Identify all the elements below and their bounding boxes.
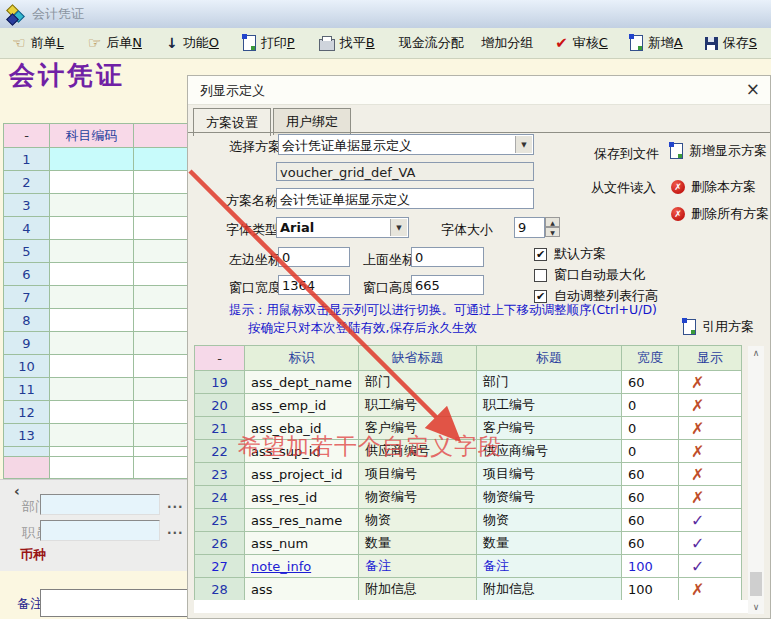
scrollbar-thumb[interactable] (750, 572, 762, 596)
cell-id[interactable]: ass_res_name (245, 509, 359, 532)
cell-id[interactable]: ass_res_id (245, 486, 359, 509)
cell-display[interactable]: ✓ (679, 532, 742, 555)
left-coord-input[interactable]: 0 (278, 247, 350, 267)
table-row[interactable]: 26ass_num数量数量60✓ (195, 532, 742, 555)
cell-title[interactable]: 客户编号 (477, 417, 622, 440)
cell-default-title[interactable]: 附加信息 (359, 578, 477, 601)
cell-display[interactable]: ✗ (679, 394, 742, 417)
checkbox-icon[interactable]: ✔ (534, 290, 547, 303)
save-button[interactable]: 保存S (705, 34, 757, 52)
scheme-select[interactable]: 会计凭证单据显示定义 ▼ (278, 134, 534, 155)
grid-cell[interactable] (134, 194, 188, 217)
cell-id[interactable]: ass_num (245, 532, 359, 555)
row-number[interactable]: 9 (4, 332, 50, 355)
grid-cell[interactable] (134, 424, 188, 447)
grid-cell[interactable] (134, 217, 188, 240)
dept-browse-button[interactable]: ... (167, 497, 184, 511)
grid-cell[interactable] (134, 401, 188, 424)
cell-display[interactable]: ✓ (679, 509, 742, 532)
cell-id[interactable]: ass (245, 578, 359, 601)
cell-id[interactable]: ass_sup_id (245, 440, 359, 463)
cell-title[interactable]: 数量 (477, 532, 622, 555)
display-mark-icon[interactable]: ✗ (691, 580, 704, 599)
table-row[interactable]: 21ass_eba_id客户编号客户编号0✗ (195, 417, 742, 440)
grid-cell[interactable] (134, 240, 188, 263)
table-row[interactable]: 24ass_res_id物资编号物资编号60✗ (195, 486, 742, 509)
employee-browse-button[interactable]: ... (167, 523, 184, 537)
scroll-down-icon[interactable]: ∨ (748, 600, 764, 614)
add-group-button[interactable]: 增加分组 (481, 34, 533, 52)
checkbox-icon[interactable]: ✔ (534, 248, 547, 261)
display-mark-icon[interactable]: ✗ (691, 442, 704, 461)
row-number[interactable]: 12 (4, 401, 50, 424)
display-mark-icon[interactable]: ✓ (691, 534, 704, 553)
cell-default-title[interactable]: 客户编号 (359, 417, 477, 440)
cashflow-button[interactable]: 现金流分配 (399, 34, 464, 52)
window-height-input[interactable]: 665 (411, 275, 484, 295)
cell-width[interactable]: 100 (622, 555, 679, 578)
row-number[interactable]: 13 (4, 424, 50, 447)
note-input[interactable] (40, 589, 190, 617)
cell-id[interactable]: note_info (245, 555, 359, 578)
reference-scheme-button[interactable]: 引用方案 (683, 318, 754, 336)
grid-cell[interactable] (134, 378, 188, 401)
grid-cell[interactable] (134, 171, 188, 194)
cell-title[interactable]: 物资编号 (477, 486, 622, 509)
row-number[interactable] (4, 447, 50, 457)
cell-display[interactable]: ✗ (679, 440, 742, 463)
grid-cell[interactable] (50, 378, 134, 401)
row-number[interactable]: 11 (4, 378, 50, 401)
row-number[interactable]: 7 (4, 286, 50, 309)
table-row[interactable]: 23ass_project_id项目编号项目编号60✗ (195, 463, 742, 486)
cell-id[interactable]: ass_dept_name (245, 371, 359, 394)
grid-cell[interactable] (50, 171, 134, 194)
grid-cell[interactable] (134, 309, 188, 332)
grid-cell[interactable] (50, 240, 134, 263)
delete-all-schemes-button[interactable]: ✗ 删除所有方案 (671, 205, 769, 223)
row-number[interactable]: 4 (4, 217, 50, 240)
grid-cell[interactable] (50, 332, 134, 355)
grid-cell[interactable] (134, 355, 188, 378)
grid-cell[interactable] (50, 447, 134, 457)
grid-cell[interactable] (134, 263, 188, 286)
tab-user-binding[interactable]: 用户绑定 (273, 108, 351, 135)
font-type-select[interactable]: Arial ▼ (276, 217, 409, 238)
cell-width[interactable]: 0 (622, 417, 679, 440)
display-mark-icon[interactable]: ✗ (691, 465, 704, 484)
display-mark-icon[interactable]: ✗ (691, 396, 704, 415)
audit-button[interactable]: ✔ 审核C (555, 34, 608, 52)
cell-default-title[interactable]: 供应商编号 (359, 440, 477, 463)
display-mark-icon[interactable]: ✗ (691, 373, 704, 392)
chevron-down-icon[interactable]: ▼ (390, 219, 407, 236)
read-from-file-button[interactable]: 从文件读入 (591, 179, 656, 197)
table-scrollbar[interactable]: ∧ ∨ (748, 346, 764, 614)
cell-title[interactable]: 附加信息 (477, 578, 622, 601)
cell-width[interactable]: 0 (622, 440, 679, 463)
cell-display[interactable]: ✗ (679, 463, 742, 486)
cell-width[interactable]: 60 (622, 371, 679, 394)
cell-default-title[interactable]: 备注 (359, 555, 477, 578)
scroll-up-icon[interactable]: ∧ (748, 346, 764, 360)
row-number[interactable]: 6 (4, 263, 50, 286)
cell-display[interactable]: ✓ (679, 555, 742, 578)
delete-scheme-button[interactable]: ✗ 删除本方案 (671, 178, 756, 196)
cell-display[interactable]: ✗ (679, 578, 742, 601)
add-scheme-button[interactable]: 新增显示方案 (670, 142, 767, 160)
next-doc-button[interactable]: ☞ 后单N (88, 34, 142, 52)
checkbox-icon[interactable] (534, 269, 547, 282)
cell-display[interactable]: ✗ (679, 417, 742, 440)
cell-width[interactable]: 100 (622, 578, 679, 601)
table-row[interactable]: 19ass_dept_name部门部门60✗ (195, 371, 742, 394)
default-scheme-checkbox[interactable]: ✔ 默认方案 (534, 245, 606, 263)
cell-default-title[interactable]: 项目编号 (359, 463, 477, 486)
cell-id[interactable]: ass_project_id (245, 463, 359, 486)
functions-button[interactable]: ↓ 功能O (166, 34, 219, 52)
display-mark-icon[interactable]: ✓ (691, 557, 704, 576)
cell-default-title[interactable]: 物资编号 (359, 486, 477, 509)
cell-width[interactable]: 60 (622, 509, 679, 532)
window-width-input[interactable]: 1364 (278, 275, 350, 295)
chevron-down-icon[interactable]: ▼ (515, 136, 532, 153)
cell-title[interactable]: 项目编号 (477, 463, 622, 486)
cell-width[interactable]: 60 (622, 486, 679, 509)
row-number[interactable]: 3 (4, 194, 50, 217)
